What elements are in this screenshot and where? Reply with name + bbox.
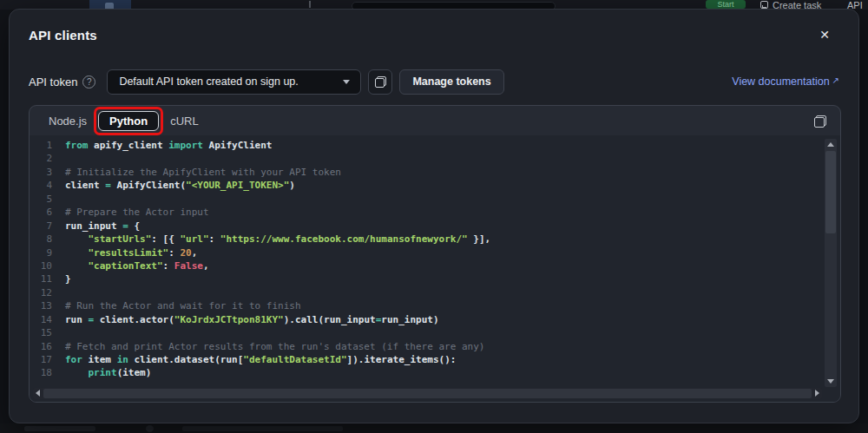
line-number: 9 xyxy=(30,246,52,259)
create-task-icon xyxy=(760,1,768,9)
code-lines: 1from apify_client import ApifyClient23#… xyxy=(30,139,823,388)
chevron-down-icon xyxy=(343,80,350,84)
line-number: 11 xyxy=(30,272,52,285)
line-number: 14 xyxy=(30,313,52,326)
api-token-label: API token xyxy=(29,75,77,89)
code-line: 18 print(item) xyxy=(30,366,823,379)
api-token-row: API token ? Default API token created on… xyxy=(29,69,839,95)
horizontal-scroll-thumb[interactable] xyxy=(43,389,812,398)
line-number: 3 xyxy=(30,166,52,179)
background-bottom-strip xyxy=(0,423,868,433)
modal-title: API clients xyxy=(29,28,97,43)
copy-token-button[interactable] xyxy=(368,69,392,95)
vertical-scrollbar[interactable] xyxy=(825,139,837,387)
code-line: 14run = client.actor("KoJrdxJCTtpon81KY"… xyxy=(30,313,823,326)
line-number: 2 xyxy=(30,152,52,165)
code-editor[interactable]: 1from apify_client import ApifyClient23#… xyxy=(30,135,840,402)
scroll-up-icon[interactable] xyxy=(827,142,834,147)
line-number: 6 xyxy=(30,206,52,219)
external-link-icon: ↗ xyxy=(832,75,839,85)
line-number: 5 xyxy=(30,193,52,206)
code-line: 6# Prepare the Actor input xyxy=(30,206,823,219)
code-line: 8 "startUrls": [{ "url": "https://www.fa… xyxy=(30,233,823,246)
view-documentation-label: View documentation xyxy=(732,75,829,88)
horizontal-scrollbar[interactable] xyxy=(33,388,822,399)
line-number: 4 xyxy=(30,179,52,192)
code-line: 15 xyxy=(30,326,823,339)
background-logo xyxy=(89,0,131,9)
code-line: 2 xyxy=(30,152,823,165)
vertical-scroll-thumb[interactable] xyxy=(825,151,836,233)
scroll-left-icon[interactable] xyxy=(36,390,40,397)
background-dim-content xyxy=(182,426,343,431)
line-number: 15 xyxy=(30,326,52,339)
code-line: 1from apify_client import ApifyClient xyxy=(30,139,823,152)
tab-curl[interactable]: cURL xyxy=(170,115,199,128)
scroll-down-icon[interactable] xyxy=(827,379,834,384)
code-line: 7run_input = { xyxy=(30,220,823,233)
modal-header: API clients ✕ xyxy=(10,10,858,60)
code-line: 5 xyxy=(30,193,823,206)
line-number: 1 xyxy=(30,139,52,152)
line-number: 18 xyxy=(30,366,52,379)
close-icon[interactable]: ✕ xyxy=(815,25,834,44)
annotation-highlight-box: Python xyxy=(94,107,163,135)
line-number: 12 xyxy=(30,286,52,299)
code-line: 9 "resultsLimit": 20, xyxy=(30,246,823,259)
line-number: 16 xyxy=(30,340,52,353)
background-dim-content xyxy=(146,425,154,432)
copy-icon xyxy=(375,76,386,88)
manage-tokens-button[interactable]: Manage tokens xyxy=(399,69,503,95)
code-block: Node.js Python cURL 1from apify_client i… xyxy=(29,105,841,403)
line-number: 10 xyxy=(30,259,52,272)
navbar-divider xyxy=(309,1,311,8)
api-token-select-value: Default API token created on sign up. xyxy=(119,75,298,88)
line-number: 7 xyxy=(30,220,52,233)
language-tab-bar: Node.js Python cURL xyxy=(30,106,840,135)
copy-code-button[interactable] xyxy=(809,110,832,133)
copy-icon xyxy=(814,115,826,128)
scroll-right-icon[interactable] xyxy=(815,390,819,397)
api-clients-modal: API clients ✕ API token ? Default API to… xyxy=(9,9,859,423)
background-dim-content xyxy=(24,426,95,431)
line-number: 13 xyxy=(30,299,52,312)
code-line: 17for item in client.dataset(run["defaul… xyxy=(30,353,823,366)
line-number: 17 xyxy=(30,353,52,366)
help-icon[interactable]: ? xyxy=(82,75,95,89)
code-line: 12 xyxy=(30,286,823,299)
api-token-select[interactable]: Default API token created on sign up. xyxy=(107,69,361,95)
tab-python[interactable]: Python xyxy=(98,111,159,131)
code-line: 13# Run the Actor and wait for it to fin… xyxy=(30,299,823,312)
code-line: 11} xyxy=(30,272,823,285)
view-documentation-link[interactable]: View documentation ↗ xyxy=(732,75,839,88)
line-number: 8 xyxy=(30,233,52,246)
tab-nodejs[interactable]: Node.js xyxy=(49,115,87,128)
start-button[interactable]: Start xyxy=(706,0,746,9)
code-line: 4client = ApifyClient("<YOUR_API_TOKEN>"… xyxy=(30,179,823,192)
code-line: 16# Fetch and print Actor results from t… xyxy=(30,340,823,353)
code-line: 10 "captionText": False, xyxy=(30,259,823,272)
code-line: 3# Initialize the ApifyClient with your … xyxy=(30,166,823,179)
